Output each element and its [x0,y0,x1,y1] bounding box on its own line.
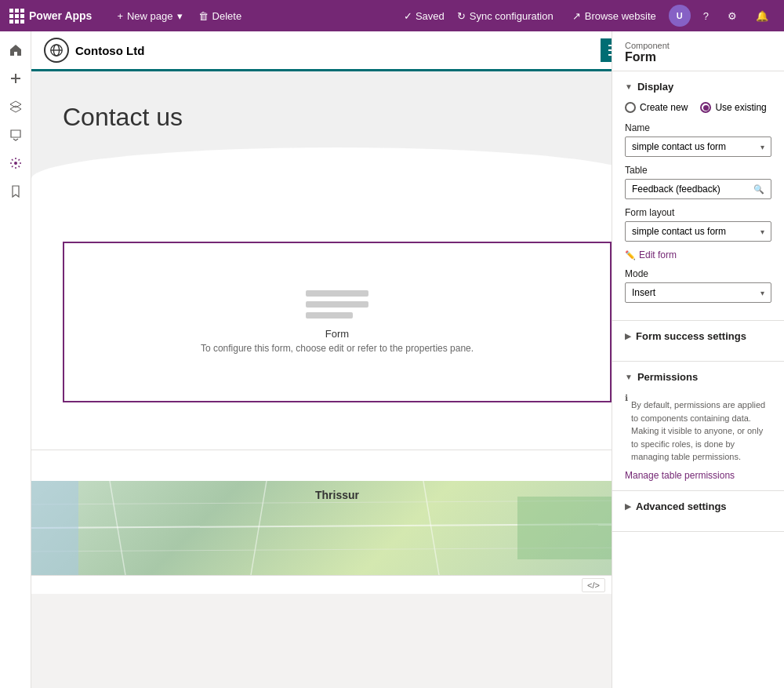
advanced-settings-section: ▶ Advanced settings [612,491,784,532]
manage-permissions-link[interactable]: Manage table permissions [625,470,771,481]
sync-config-button[interactable]: ↻ Sync configuration [451,7,560,25]
svg-point-0 [14,162,17,165]
advanced-settings-label: Advanced settings [636,501,727,512]
form-success-section: ▶ Form success settings [612,321,784,362]
form-icon-line2 [306,301,368,308]
edit-form-link[interactable]: ✏️ Edit form [625,249,771,260]
new-page-button[interactable]: + New page ▾ [111,7,188,25]
topbar-right: ✓ Saved ↻ Sync configuration ↗ Browse we… [404,5,775,27]
user-avatar[interactable]: U [669,5,691,27]
info-icon: ℹ [625,393,628,403]
display-section-header[interactable]: ▼ Display [625,81,771,93]
form-success-chevron-icon: ▶ [625,332,631,340]
form-wrapper: Form To configure this form, choose edit… [31,195,612,450]
panel-subtitle: Component [625,41,771,50]
panel-header: Component Form [612,31,784,71]
browse-website-label: Browse website [585,10,656,22]
avatar-initials: U [677,11,683,20]
trash-icon: 🗑 [198,10,209,22]
svg-rect-11 [517,497,612,559]
mode-value: Insert [632,287,655,298]
advanced-settings-header[interactable]: ▶ Advanced settings [625,501,771,512]
sidebar-item-bookmark[interactable] [3,179,28,204]
notifications-button[interactable]: 🔔 [750,7,775,25]
grid-icon [9,9,24,24]
use-existing-radio[interactable]: Use existing [700,102,766,113]
hamburger-line [608,49,612,51]
svg-line-7 [423,481,439,575]
gear-icon: ⚙ [728,10,737,22]
svg-line-6 [251,481,267,575]
form-success-header[interactable]: ▶ Form success settings [625,330,771,342]
permissions-section: ▼ Permissions ℹ By default, permissions … [612,362,784,491]
table-field-label: Table [625,165,771,176]
right-panel: Component Form ▼ Display Create new Use … [612,31,784,688]
canvas-inner: Contoso Ltd Contact us [31,31,612,575]
name-chevron-icon: ▾ [760,143,764,151]
display-label: Display [637,81,673,93]
map-roads-svg [31,481,612,575]
form-success-label: Form success settings [636,330,746,342]
use-existing-label: Use existing [715,102,766,113]
question-icon: ? [703,10,709,22]
pencil-icon: ✏️ [625,250,636,260]
help-button[interactable]: ? [697,7,715,25]
app-logo: Power Apps [9,9,92,24]
edit-form-label: Edit form [639,249,677,260]
bottom-bar: </> [31,575,612,594]
sidebar-item-settings[interactable] [3,151,28,176]
sidebar-item-add[interactable] [3,66,28,91]
form-sublabel: To configure this form, choose edit or r… [201,343,474,354]
permissions-header[interactable]: ▼ Permissions [625,371,771,383]
advanced-chevron-icon: ▶ [625,502,631,511]
bell-icon: 🔔 [756,10,768,22]
mode-chevron-icon: ▾ [760,289,764,297]
table-search[interactable]: Feedback (feedback) 🔍 [625,179,771,199]
form-layout-select[interactable]: simple contact us form ▾ [625,221,771,242]
left-sidebar [0,31,31,688]
sidebar-item-messages[interactable] [3,122,28,147]
sidebar-item-layers[interactable] [3,94,28,119]
company-name: Contoso Ltd [75,44,144,57]
form-layout-value: simple contact us form [632,226,726,237]
checkmark-icon: ✓ [404,10,412,22]
form-component-box[interactable]: Form To configure this form, choose edit… [63,242,612,402]
form-label: Form [325,328,349,340]
create-new-radio-circle [625,102,636,113]
delete-button[interactable]: 🗑 Delete [192,7,249,25]
settings-button[interactable]: ⚙ [721,7,743,25]
main-layout: Contoso Ltd Contact us [0,31,784,688]
browse-website-button[interactable]: ↗ Browse website [566,7,662,25]
create-new-label: Create new [640,102,688,113]
form-layout-label: Form layout [625,207,771,218]
permissions-label: Permissions [637,371,698,383]
sync-config-label: Sync configuration [470,10,554,22]
name-field-label: Name [625,122,771,133]
form-icon-line1 [306,290,368,297]
permissions-text: By default, permissions are applied to c… [631,399,771,464]
saved-status: ✓ Saved [404,10,445,22]
mode-field-label: Mode [625,268,771,279]
display-chevron-icon: ▼ [625,82,633,91]
chevron-down-icon: ▾ [177,10,183,22]
form-icon-line3 [306,312,353,319]
radio-group: Create new Use existing [625,102,771,113]
name-select[interactable]: simple contact us form ▾ [625,137,771,157]
hamburger-button[interactable] [601,38,612,62]
use-existing-radio-circle [700,102,711,113]
delete-label: Delete [212,10,242,22]
canvas-area[interactable]: Contoso Ltd Contact us [31,31,612,688]
mode-select[interactable]: Insert ▾ [625,282,771,303]
create-new-radio[interactable]: Create new [625,102,688,113]
search-icon: 🔍 [753,184,764,195]
sidebar-item-home[interactable] [3,38,28,63]
permissions-chevron-icon: ▼ [625,373,633,381]
code-button[interactable]: </> [582,578,605,592]
website-logo: Contoso Ltd [44,38,144,63]
panel-title: Form [625,50,771,64]
logo-circle [44,38,69,63]
map-section: Thrissur [31,481,612,575]
saved-label: Saved [416,10,445,22]
topbar-actions: + New page ▾ 🗑 Delete [111,7,248,25]
table-value: Feedback (feedback) [632,184,720,195]
